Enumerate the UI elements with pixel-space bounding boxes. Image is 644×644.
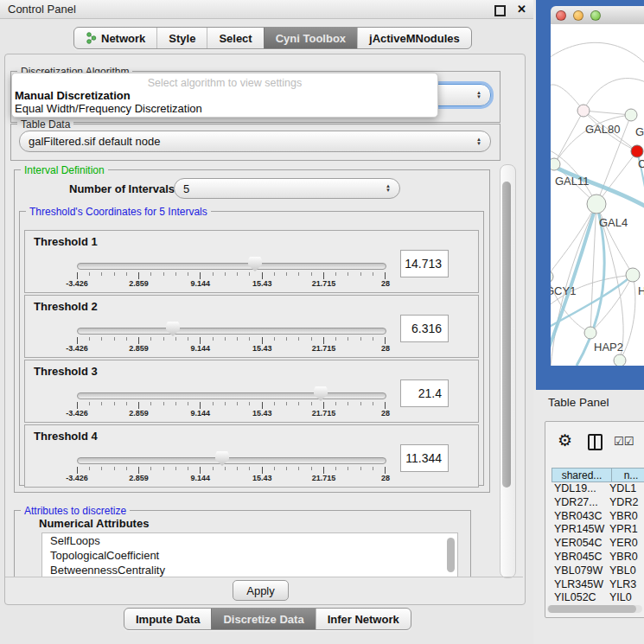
table-row[interactable]: YDR27...YDR2: [552, 496, 644, 510]
control-panel-window: Control Panel ✕ Network Style Select Cyn…: [0, 0, 534, 644]
cell: YLR3: [607, 578, 644, 592]
node-hap2[interactable]: [584, 327, 596, 339]
threshold-4-label: Threshold 4: [34, 430, 98, 443]
tab-select[interactable]: Select: [207, 28, 263, 48]
table-horizontal-scrollbar-thumb[interactable]: [548, 605, 636, 613]
node-label-gcy1: GCY1: [551, 284, 576, 297]
tab-infer-network-label: Infer Network: [328, 613, 399, 626]
node-bottom[interactable]: [614, 354, 626, 366]
number-of-intervals-value: 5: [183, 182, 189, 195]
table-data-combobox[interactable]: galFiltered.sif default node ▲▼: [19, 131, 491, 152]
table-row[interactable]: YBR043CYBR0: [552, 510, 644, 524]
option-manual-discretization[interactable]: Manual Discretization: [15, 89, 131, 102]
list-item[interactable]: TopologicalCoefficient: [42, 548, 457, 563]
float-window-icon[interactable]: [494, 5, 506, 16]
combo-arrows-icon: ▲▼: [386, 184, 391, 193]
column-header-shared-name[interactable]: shared...: [552, 468, 612, 482]
gear-icon[interactable]: ⚙: [558, 430, 572, 450]
tab-infer-network[interactable]: Infer Network: [316, 609, 411, 629]
node-h[interactable]: [626, 268, 640, 282]
node-g[interactable]: [625, 109, 637, 121]
table-row[interactable]: YBR045CYBR0: [552, 551, 644, 564]
tick-label: 2.859: [129, 409, 149, 418]
top-tab-bar: Network Style Select Cyni Toolbox jActiv…: [73, 27, 472, 49]
table-row[interactable]: YIL052CYIL0: [552, 591, 644, 605]
slider-tick-labels: -3.426 2.859 9.144 15.43 21.715 28: [77, 474, 386, 482]
slider-major-ticks: [77, 337, 386, 344]
tick-label: 15.43: [252, 279, 272, 288]
threshold-4-slider-track[interactable]: [77, 457, 386, 464]
threshold-4-value-field[interactable]: 11.344: [400, 444, 449, 472]
node-label-gal80: GAL80: [585, 123, 620, 136]
split-table-icon[interactable]: [588, 434, 603, 450]
threshold-3-value-field[interactable]: 21.4: [400, 379, 449, 407]
table-row[interactable]: YLR345WYLR3: [552, 578, 644, 592]
checkbox-icons[interactable]: ☑☑: [614, 435, 634, 448]
tick-label: 21.715: [312, 344, 336, 353]
tick-label: -3.426: [66, 344, 88, 353]
apply-button[interactable]: Apply: [233, 580, 289, 601]
node-label-c: C: [638, 157, 644, 170]
combo-arrows-icon: ▲▼: [476, 137, 481, 146]
table-data-selected: galFiltered.sif default node: [29, 135, 160, 148]
cell: YIL052C: [552, 591, 607, 605]
threshold-1-value-field[interactable]: 14.713: [400, 250, 449, 277]
tab-style-label: Style: [169, 32, 195, 45]
numerical-attributes-list[interactable]: SelfLoops TopologicalCoefficient Between…: [41, 532, 458, 577]
option-equal-width-frequency[interactable]: Equal Width/Frequency Discretization: [15, 102, 202, 115]
control-panel-title: Control Panel: [8, 3, 76, 16]
tick-label: 15.43: [252, 474, 272, 482]
slider-major-ticks: [77, 402, 386, 409]
tab-impute-data[interactable]: Impute Data: [124, 609, 211, 629]
zoom-traffic-light-icon[interactable]: [590, 10, 601, 21]
tab-select-label: Select: [219, 32, 252, 45]
threshold-2-slider-track[interactable]: [77, 328, 386, 335]
table-panel-title: Table Panel: [548, 396, 609, 409]
cell: YLR345W: [552, 578, 607, 592]
network-canvas[interactable]: GAL80 G C GAL11 GAL4 GCY1 H HAP2: [551, 24, 644, 366]
tick-label: 28: [381, 474, 390, 482]
table-row[interactable]: YBL079WYBL0: [552, 564, 644, 578]
cell: YDR27...: [552, 496, 607, 510]
tab-cyni-toolbox[interactable]: Cyni Toolbox: [264, 28, 357, 48]
close-traffic-light-icon[interactable]: [556, 10, 566, 21]
panel-scrollbar[interactable]: [500, 164, 516, 578]
cell: YBR043C: [552, 510, 607, 524]
minimize-traffic-light-icon[interactable]: [573, 10, 583, 21]
threshold-3-slider-track[interactable]: [77, 392, 386, 399]
cell: YPR1: [607, 523, 644, 537]
node-label-gal4: GAL4: [599, 216, 628, 229]
close-icon[interactable]: ✕: [517, 3, 526, 16]
node-gal80[interactable]: [577, 105, 590, 117]
list-item[interactable]: SelfLoops: [42, 533, 457, 548]
table-rows: YDL19...YDL1 YDR27...YDR2 YBR043CYBR0 YP…: [552, 482, 644, 605]
node-red-selected[interactable]: [631, 145, 643, 157]
threshold-2-value-field[interactable]: 6.316: [400, 315, 449, 342]
tab-discretize-data[interactable]: Discretize Data: [211, 609, 315, 629]
tab-jactivemnodules[interactable]: jActiveMNodules: [357, 28, 471, 48]
list-item[interactable]: BetweennessCentrality: [42, 563, 457, 577]
bottom-tab-bar: Impute Data Discretize Data Infer Networ…: [124, 608, 411, 630]
node-gcy1[interactable]: [551, 271, 553, 283]
cell: YDR2: [607, 496, 644, 510]
table-row[interactable]: YPR145WYPR1: [552, 523, 644, 537]
viewport-divider: [5, 577, 523, 577]
cell: YBR045C: [552, 551, 607, 564]
threshold-1-slider-track[interactable]: [77, 263, 386, 270]
table-horizontal-scrollbar[interactable]: [547, 605, 642, 613]
node-gal11[interactable]: [551, 158, 560, 170]
number-of-intervals-combobox[interactable]: 5 ▲▼: [174, 178, 400, 199]
tick-label: 9.144: [191, 409, 211, 418]
node-gal4[interactable]: [587, 194, 606, 214]
list-scrollbar-thumb[interactable]: [447, 538, 455, 572]
tick-label: 2.859: [129, 344, 149, 353]
tick-label: 9.144: [191, 279, 211, 288]
network-window-titlebar: [551, 6, 644, 25]
tab-network[interactable]: Network: [74, 28, 156, 48]
table-row[interactable]: YDL19...YDL1: [552, 482, 644, 496]
right-region: GAL80 G C GAL11 GAL4 GCY1 H HAP2 Table P…: [533, 0, 644, 644]
column-header-name[interactable]: n...: [612, 468, 644, 482]
tab-style[interactable]: Style: [156, 28, 207, 48]
panel-scrollbar-thumb[interactable]: [502, 182, 511, 488]
table-row[interactable]: YER054CYER0: [552, 537, 644, 551]
